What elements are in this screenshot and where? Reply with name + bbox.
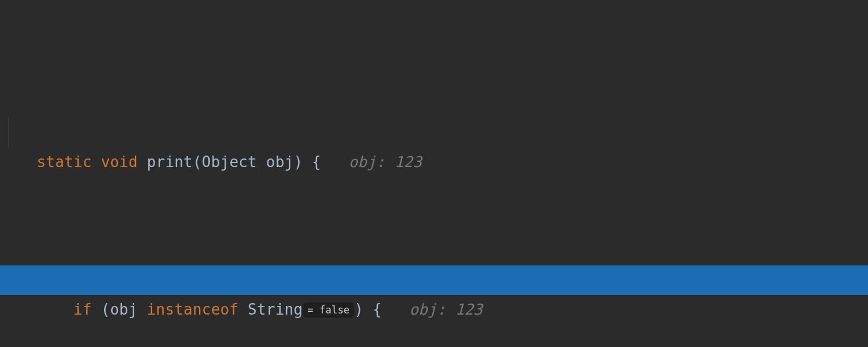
param-type: Object: [202, 153, 257, 171]
code-line[interactable]: static void print(Object obj) { obj: 123: [0, 118, 868, 147]
keyword-void: void: [101, 153, 137, 171]
param-name: obj: [266, 153, 294, 171]
inlay-hint-param: obj: 123: [349, 153, 422, 171]
code-editor[interactable]: static void print(Object obj) { obj: 123…: [0, 0, 868, 347]
inlay-hint-value: obj: 123: [409, 301, 483, 318]
text: (obj: [92, 301, 147, 318]
keyword-if: if: [73, 301, 92, 318]
paren-close-brace: ) {: [293, 153, 321, 171]
code-line-current[interactable]: if (obj instanceof String= false) { obj:…: [0, 265, 868, 295]
keyword-static: static: [36, 153, 91, 171]
method-name: print: [147, 153, 193, 171]
type-name: String: [238, 301, 303, 318]
debugger-inline-value[interactable]: = false: [303, 302, 354, 318]
text: ) {: [354, 301, 382, 318]
indent: [36, 301, 73, 318]
keyword-instanceof: instanceof: [147, 301, 239, 318]
